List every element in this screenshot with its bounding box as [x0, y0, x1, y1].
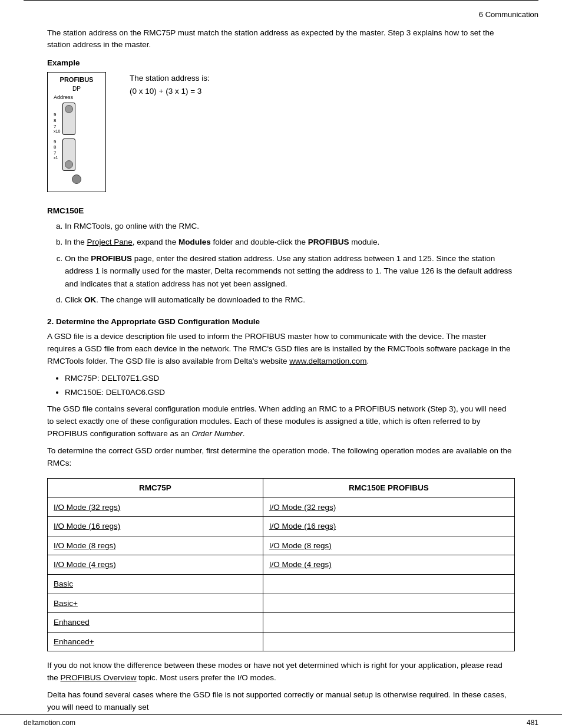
table-col2-header: RMC150E PROFIBUS — [263, 478, 514, 498]
example-label: Example — [47, 58, 515, 67]
example-calc-line1: The station address is: — [130, 72, 210, 85]
table-cell-col2: I/O Mode (4 regs) — [263, 555, 514, 575]
gsd-bullet-list: RMC75P: DELT07E1.GSD RMC150E: DELT0AC6.G… — [47, 373, 515, 399]
table-row: Basic+ — [48, 594, 515, 613]
table-cell-col2 — [263, 632, 514, 651]
section2-para2-text: The GSD file contains several configurat… — [47, 404, 507, 438]
profibus-left-labels: 987 x10 987 x1 — [54, 112, 60, 160]
table-body: I/O Mode (32 regs)I/O Mode (32 regs)I/O … — [48, 498, 515, 651]
switch-knob-bottom — [65, 160, 73, 169]
table-header-row: RMC75P RMC150E PROFIBUS — [48, 478, 515, 498]
config-table: RMC75P RMC150E PROFIBUS I/O Mode (32 reg… — [47, 478, 515, 651]
rmc150e-heading: RMC150E — [47, 206, 515, 215]
profibus-diagram-title: PROFIBUS — [54, 76, 100, 83]
example-text: The station address is: (0 x 10) + (3 x … — [130, 72, 210, 99]
x10-label: x10 — [54, 129, 60, 134]
step-a: In RMCTools, go online with the RMC. — [65, 220, 515, 233]
bullet-rmc75p: RMC75P: DELT07E1.GSD — [65, 373, 515, 384]
section2-heading: 2. Determine the Appropriate GSD Configu… — [47, 317, 515, 326]
step-d-after: . The change will automatically be downl… — [96, 295, 305, 304]
table-cell-col1: I/O Mode (4 regs) — [48, 555, 263, 575]
step-b-middle: , expand the — [133, 238, 178, 246]
profibus-diagram: PROFIBUS DP Address 987 x10 987 x1 — [47, 72, 106, 192]
profibus-switch-top — [62, 103, 75, 135]
section2-para4-middle: topic. Most users prefer the I/O modes. — [137, 673, 276, 682]
profibus-bottom-knob — [54, 174, 100, 186]
section2-para3: To determine the correct GSD order numbe… — [47, 445, 515, 470]
step-b-after: folder and double-click the — [211, 238, 308, 246]
section-title: 6 Communication — [479, 10, 538, 19]
table-row: I/O Mode (16 regs)I/O Mode (16 regs) — [48, 517, 515, 536]
table-cell-col1: Enhanced — [48, 613, 263, 633]
table-row: Enhanced — [48, 613, 515, 633]
step-b-bold2: PROFIBUS — [308, 238, 349, 246]
section2-para2: The GSD file contains several configurat… — [47, 403, 515, 440]
table-cell-col2 — [263, 594, 514, 613]
table-row: I/O Mode (4 regs)I/O Mode (4 regs) — [48, 555, 515, 575]
section2-para2-italic: Order Number — [191, 429, 242, 438]
page-header: 6 Communication — [0, 5, 562, 21]
step-d: Click OK. The change will automatically … — [65, 294, 515, 307]
table-cell-col1: Basic — [48, 574, 263, 594]
table-cell-col2: I/O Mode (32 regs) — [263, 498, 514, 517]
step-c: On the PROFIBUS page, enter the desired … — [65, 252, 515, 291]
profibus-switches — [62, 103, 75, 171]
table-row: I/O Mode (8 regs)I/O Mode (8 regs) — [48, 536, 515, 555]
top-rule — [24, 0, 538, 5]
section2-para1-link[interactable]: www.deltamotion.com — [289, 357, 366, 365]
table-col1-header: RMC75P — [48, 478, 263, 498]
table-cell-col2 — [263, 574, 514, 594]
example-area: PROFIBUS DP Address 987 x10 987 x1 — [47, 72, 515, 192]
step-b-bold1: Modules — [178, 238, 211, 246]
step-c-rest: page, enter the desired station address.… — [65, 254, 512, 288]
step-d-ok: OK — [84, 295, 96, 304]
footer-website: deltamotion.com — [24, 719, 75, 727]
x1-label: x1 — [54, 156, 60, 160]
switch-knob-top — [65, 105, 73, 113]
table-cell-col2: I/O Mode (16 regs) — [263, 517, 514, 536]
table-cell-col1: I/O Mode (32 regs) — [48, 498, 263, 517]
section2-para1: A GSD file is a device description file … — [47, 331, 515, 368]
profibus-body: 987 x10 987 x1 — [54, 103, 100, 171]
step-b-link: Project Pane — [87, 238, 133, 246]
section2-para5: Delta has found several cases where the … — [47, 689, 515, 714]
profibus-switch-bottom — [62, 139, 75, 171]
section2-para4: If you do not know the difference betwee… — [47, 660, 515, 684]
table-cell-col1: Basic+ — [48, 594, 263, 613]
table-row: Basic — [48, 574, 515, 594]
profibus-address-label: Address — [54, 94, 100, 100]
step-a-text: In RMCTools, go online with the RMC. — [65, 222, 199, 230]
page: 6 Communication The station address on t… — [0, 0, 562, 728]
table-row: I/O Mode (32 regs)I/O Mode (32 regs) — [48, 498, 515, 517]
step-b-end: module. — [349, 238, 380, 246]
profibus-diagram-dp: DP — [54, 85, 100, 92]
step-d-before: Click — [65, 295, 84, 304]
table-cell-col1: I/O Mode (8 regs) — [48, 536, 263, 555]
step-c-on: On the — [65, 254, 91, 263]
rmc150e-steps: In RMCTools, go online with the RMC. In … — [47, 220, 515, 307]
table-cell-col1: Enhanced+ — [48, 632, 263, 651]
intro-paragraph: The station address on the RMC75P must m… — [47, 27, 515, 51]
section2-para1-end: . — [367, 357, 369, 365]
footer-page-number: 481 — [527, 719, 538, 727]
step-c-profibus: PROFIBUS — [91, 254, 132, 263]
step-b: In the Project Pane, expand the Modules … — [65, 236, 515, 249]
bullet-rmc150e: RMC150E: DELT0AC6.GSD — [65, 387, 515, 398]
table-cell-col2 — [263, 613, 514, 633]
table-cell-col2: I/O Mode (8 regs) — [263, 536, 514, 555]
example-calc-line2: (0 x 10) + (3 x 1) = 3 — [130, 85, 210, 98]
section2-para2-end: . — [243, 429, 245, 438]
table-cell-col1: I/O Mode (16 regs) — [48, 517, 263, 536]
section2-para1-text: A GSD file is a device description file … — [47, 332, 510, 365]
page-footer: deltamotion.com 481 — [0, 714, 562, 728]
table-row: Enhanced+ — [48, 632, 515, 651]
step-b-text-before: In the — [65, 238, 87, 246]
main-content: The station address on the RMC75P must m… — [0, 21, 562, 728]
section2-para4-link[interactable]: PROFIBUS Overview — [61, 673, 137, 682]
